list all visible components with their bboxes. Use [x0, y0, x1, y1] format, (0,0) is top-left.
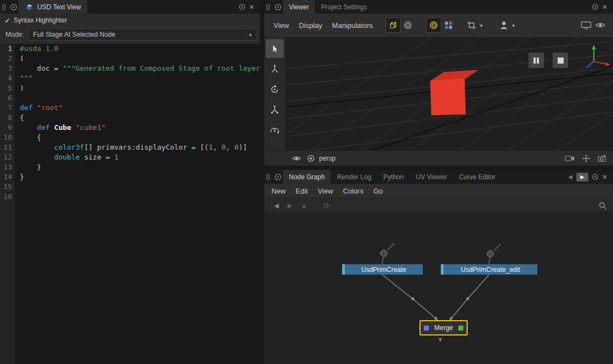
- camera-lock-icon[interactable]: [598, 153, 608, 163]
- vertical-splitter[interactable]: [260, 0, 264, 364]
- node-label: UsdPrimCreate_edit: [461, 266, 520, 274]
- tab-usd-text-view[interactable]: USD Text View: [19, 0, 87, 14]
- chevron-down-icon: ▾: [246, 32, 254, 38]
- scale-icon: [270, 105, 280, 115]
- camera-view-button[interactable]: [497, 18, 511, 32]
- select-tool-button[interactable]: [266, 39, 283, 58]
- tab-uv-viewer[interactable]: UV Viewer: [410, 170, 452, 184]
- float-pane-icon[interactable]: [590, 172, 600, 182]
- viewport-tools-column: [264, 37, 286, 150]
- right-column: Viewer Project Settings ✕ View Display M…: [264, 0, 613, 364]
- colors-menu[interactable]: Colors: [338, 187, 368, 195]
- mode-dropdown[interactable]: Full Stage At Selected Node ▾: [28, 29, 257, 41]
- rotate-tool-button[interactable]: [266, 80, 283, 98]
- tab-project-settings[interactable]: Project Settings: [315, 0, 373, 14]
- viewer-tabbar: Viewer Project Settings ✕: [264, 0, 613, 14]
- new-menu[interactable]: New: [266, 187, 291, 195]
- eye-icon: [595, 21, 606, 30]
- node-graph-panel: Node Graph Render Log Python UV Viewer C…: [264, 170, 613, 364]
- code-line: 13 }: [0, 162, 260, 172]
- pane-menu-icon[interactable]: [9, 2, 19, 12]
- translate-icon: [270, 64, 280, 74]
- merge-bypass-port-icon[interactable]: [458, 326, 463, 331]
- search-icon[interactable]: [598, 201, 608, 211]
- lighting-toggle-button[interactable]: [426, 18, 441, 33]
- view-menu[interactable]: View: [269, 21, 294, 30]
- chevron-down-icon[interactable]: ▾: [512, 22, 515, 29]
- visibility-button[interactable]: [593, 18, 608, 32]
- tab-scroll-next-button[interactable]: ▶: [576, 173, 588, 181]
- orbit-icon: [270, 125, 280, 135]
- go-menu[interactable]: Go: [368, 187, 388, 195]
- viewport-bottom-bar: persp: [264, 150, 613, 166]
- nav-back-button[interactable]: ◀: [270, 202, 283, 209]
- code-line: 7def "root": [0, 103, 260, 113]
- node-merge[interactable]: Merge: [419, 320, 468, 335]
- node-usdprimcreate-edit[interactable]: UsdPrimCreate_edit: [441, 264, 537, 275]
- pause-button[interactable]: [529, 53, 544, 68]
- float-pane-icon[interactable]: [590, 2, 600, 12]
- nav-forward-button[interactable]: ▶: [283, 202, 296, 209]
- refresh-button[interactable]: ⟳: [319, 201, 334, 210]
- exposure-icon[interactable]: [565, 153, 575, 163]
- visibility-eye-button[interactable]: [292, 153, 302, 163]
- code-line: 11 color3f[] primvars:displayColor = [(1…: [0, 143, 260, 152]
- code-editor[interactable]: 1#usda 1.02(3 doc = """Generated from Co…: [0, 44, 260, 364]
- stop-icon: [558, 58, 564, 64]
- close-pane-icon[interactable]: ✕: [247, 2, 257, 12]
- node-label: UsdPrimCreate: [361, 266, 406, 274]
- viewer-panel: Viewer Project Settings ✕ View Display M…: [264, 0, 613, 166]
- globe-icon: [403, 20, 413, 30]
- viewport-canvas[interactable]: [286, 37, 613, 150]
- scale-tool-button[interactable]: [266, 100, 283, 118]
- camera-shutter-icon[interactable]: [306, 153, 316, 163]
- pan-zoom-icon[interactable]: [581, 153, 591, 163]
- close-pane-icon[interactable]: ✕: [600, 172, 610, 182]
- shaded-display-button[interactable]: [385, 18, 401, 33]
- horizontal-splitter[interactable]: [264, 166, 613, 170]
- region-crop-button[interactable]: [464, 18, 479, 32]
- view-menu[interactable]: View: [313, 187, 338, 195]
- tab-curve-editor[interactable]: Curve Editor: [453, 170, 502, 184]
- node-graph-tabbar: Node Graph Render Log Python UV Viewer C…: [264, 170, 613, 184]
- translate-tool-button[interactable]: [266, 60, 283, 78]
- lit-globe-icon: [429, 20, 439, 30]
- tab-python[interactable]: Python: [377, 170, 410, 184]
- code-line: 16: [0, 192, 260, 202]
- pane-drag-handle[interactable]: [2, 4, 3, 10]
- close-pane-icon[interactable]: ✕: [600, 2, 610, 12]
- manipulators-menu[interactable]: Manipulators: [327, 21, 378, 30]
- person-icon: [499, 20, 509, 30]
- display-output-button[interactable]: [579, 18, 593, 32]
- float-pane-icon[interactable]: [237, 2, 247, 12]
- node-graph-canvas[interactable]: UsdPrimCreate UsdPrimCreate_edit Merge ▼: [264, 212, 613, 364]
- tab-render-log[interactable]: Render Log: [331, 170, 377, 184]
- texture-toggle-button[interactable]: [441, 18, 456, 32]
- scene-sphere-icon: [381, 250, 387, 257]
- node-graph-menubar: New Edit View Colors Go: [264, 184, 613, 198]
- tab-scroll-prev-button[interactable]: ◀: [566, 174, 575, 180]
- wireframe-display-button[interactable]: [401, 18, 415, 32]
- syntax-highlighter-checkbox[interactable]: Syntax Highlighter: [14, 16, 67, 24]
- stop-button[interactable]: [553, 53, 568, 68]
- code-line: 12 double size = 1: [0, 152, 260, 162]
- pane-menu-icon[interactable]: [273, 2, 283, 12]
- camera-name-label[interactable]: persp: [319, 155, 336, 162]
- nav-up-button[interactable]: ▲: [297, 202, 311, 209]
- node-graph-toolbar: ◀ ▶ ▲ ⟳: [264, 198, 613, 213]
- node-usdprimcreate[interactable]: UsdPrimCreate: [342, 264, 423, 275]
- pane-drag-handle[interactable]: [266, 174, 268, 180]
- code-line: 2(: [0, 54, 260, 64]
- monitor-icon: [581, 20, 592, 30]
- usd-cube-icon: [25, 2, 35, 12]
- pane-drag-handle[interactable]: [266, 4, 268, 10]
- display-menu[interactable]: Display: [294, 21, 327, 30]
- orbit-tool-button[interactable]: [266, 121, 283, 139]
- chevron-down-icon[interactable]: ▾: [480, 22, 483, 29]
- pane-menu-icon[interactable]: [273, 172, 283, 182]
- code-line: 1#usda 1.0: [0, 44, 260, 54]
- tab-node-graph[interactable]: Node Graph: [283, 170, 331, 184]
- merge-input-port-icon[interactable]: [424, 326, 429, 331]
- tab-viewer[interactable]: Viewer: [283, 0, 315, 14]
- edit-menu[interactable]: Edit: [291, 187, 313, 195]
